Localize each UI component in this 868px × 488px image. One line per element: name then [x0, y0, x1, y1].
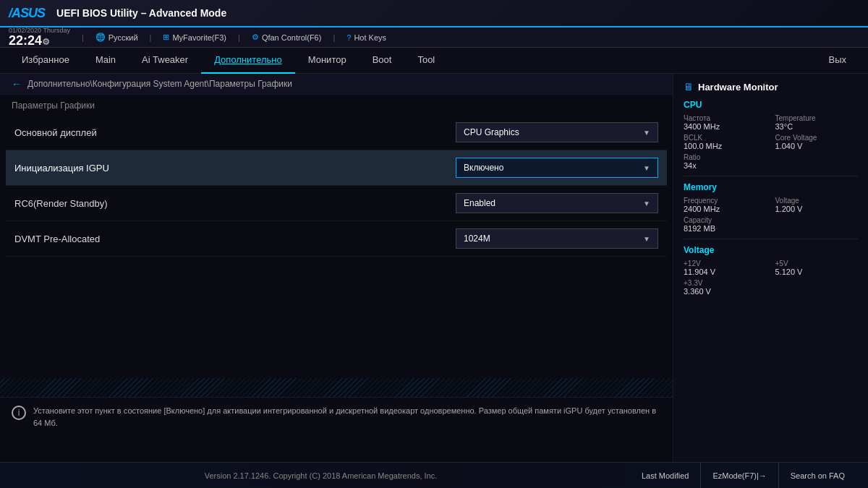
dropdown-arrow-icon-4: ▼ [643, 235, 650, 243]
v12-block: +12V 11.904 V [684, 260, 767, 276]
info-bar: 01/02/2020 Thursday 22:24⚙ | 🌐 Русский |… [0, 27, 868, 48]
cpu-temp-block: Temperature 33°C [775, 114, 859, 131]
memory-grid: Frequency 2400 MHz Voltage 1.200 V Capac… [684, 197, 858, 233]
cpu-bclk-label: BCLK [684, 134, 767, 142]
hotkeys-item[interactable]: ? Hot Keys [346, 33, 386, 42]
star-icon: ⊞ [163, 33, 169, 42]
separator2: | [150, 33, 152, 42]
dvmt-label: DVMT Pre-Allocated [14, 234, 456, 244]
setting-row-rc6: RC6(Render Standby) Enabled ▼ [6, 186, 667, 221]
v5-label: +5V [775, 260, 859, 267]
igpu-init-label: Инициализация IGPU [14, 163, 456, 174]
cpu-freq-value: 3400 MHz [684, 122, 767, 131]
cpu-ratio-label: Ratio [684, 153, 767, 161]
qfan-item[interactable]: ⚙ Qfan Control(F6) [252, 33, 322, 42]
v12-value: 11.904 V [684, 267, 767, 276]
nav-izbrannoye[interactable]: Избранное [9, 48, 82, 74]
v33-value: 3.360 V [684, 287, 767, 296]
igpu-init-dropdown[interactable]: Включено ▼ [456, 158, 658, 178]
mem-freq-value: 2400 MHz [684, 205, 767, 213]
cpu-temp-value: 33°C [775, 122, 859, 131]
info-box: i Установите этот пункт в состояние [Вкл… [0, 397, 673, 436]
primary-display-label: Основной дисплей [14, 127, 456, 138]
nav-ai-tweaker[interactable]: Ai Tweaker [129, 48, 201, 74]
cpu-section-title: CPU [684, 100, 858, 110]
nav-exit[interactable]: Вых [815, 48, 859, 74]
mem-freq-label: Frequency [684, 197, 767, 205]
hw-divider-1 [684, 176, 858, 176]
primary-display-dropdown[interactable]: CPU Graphics ▼ [456, 122, 658, 142]
cpu-freq-label: Частота [684, 114, 767, 122]
setting-row-dvmt: DVMT Pre-Allocated 1024M ▼ [6, 221, 667, 257]
primary-display-value: CPU Graphics [464, 127, 519, 137]
setting-row-primary-display: Основной дисплей CPU Graphics ▼ [6, 115, 667, 150]
mem-cap-label: Capacity [684, 216, 767, 224]
nav-monitor[interactable]: Монитор [295, 48, 359, 74]
v5-value: 5.120 V [775, 267, 859, 276]
cpu-ratio-value: 34x [684, 161, 767, 170]
hw-monitor-title: Hardware Monitor [698, 82, 778, 93]
dropdown-arrow-icon: ▼ [643, 129, 650, 137]
igpu-init-value: Включено [464, 163, 503, 173]
v12-label: +12V [684, 260, 767, 267]
mem-cap-value: 8192 MB [684, 224, 767, 233]
last-modified-action[interactable]: Last Modified [630, 463, 700, 489]
v5-block: +5V 5.120 V [775, 260, 859, 276]
bottom-bar: Version 2.17.1246. Copyright (C) 2018 Am… [0, 462, 868, 488]
version-text: Version 2.17.1246. Copyright (C) 2018 Am… [12, 471, 630, 480]
mem-volt-value: 1.200 V [775, 205, 859, 213]
search-faq-action[interactable]: Search on FAQ [778, 463, 856, 489]
info-icon-circle: i [12, 406, 26, 420]
header-bar: /ASUS UEFI BIOS Utility – Advanced Mode [0, 0, 868, 27]
cpu-vcore-value: 1.040 V [775, 142, 859, 150]
bios-title: UEFI BIOS Utility – Advanced Mode [56, 7, 226, 19]
section-subtitle: Параметры Графики [0, 95, 673, 115]
voltage-grid: +12V 11.904 V +5V 5.120 V +3.3V 3.360 V [684, 260, 858, 296]
language-item[interactable]: 🌐 Русский [95, 33, 138, 42]
settings-container: Основной дисплей CPU Graphics ▼ Инициали… [0, 115, 673, 257]
nav-tool[interactable]: Tool [404, 48, 448, 74]
dropdown-arrow-icon-3: ▼ [643, 200, 650, 207]
info-description: Установите этот пункт в состояние [Включ… [33, 405, 661, 429]
separator1: | [82, 33, 84, 42]
mem-cap-block: Capacity 8192 MB [684, 216, 767, 233]
cpu-bclk-block: BCLK 100.0 MHz [684, 134, 767, 150]
globe-icon: 🌐 [95, 33, 106, 42]
nav-boot[interactable]: Boot [359, 48, 405, 74]
rc6-dropdown[interactable]: Enabled ▼ [456, 193, 658, 213]
hw-divider-2 [684, 239, 858, 239]
nav-main[interactable]: Main [82, 48, 129, 74]
nav-dopolnitelno[interactable]: Дополнительно [201, 48, 295, 74]
keyboard-icon: ? [346, 33, 351, 42]
time-display: 22:24⚙ [9, 34, 70, 47]
dropdown-arrow-icon-2: ▼ [643, 164, 650, 172]
left-panel: ← Дополнительно\Конфигурация System Agen… [0, 74, 673, 462]
dvmt-dropdown[interactable]: 1024M ▼ [456, 228, 658, 249]
cpu-temp-label: Temperature [775, 114, 859, 122]
memory-section-title: Memory [684, 182, 858, 192]
dvmt-value: 1024M [464, 234, 490, 244]
voltage-section-title: Voltage [684, 245, 858, 255]
breadcrumb-text: Дополнительно\Конфигурация System Agent\… [27, 79, 292, 89]
v33-block: +3.3V 3.360 V [684, 279, 767, 296]
myfavorite-item[interactable]: ⊞ MyFavorite(F3) [163, 33, 226, 42]
bottom-actions: Last Modified EzMode(F7)|→ Search on FAQ [630, 463, 856, 489]
v33-label: +3.3V [684, 279, 767, 287]
nav-bar: Избранное Main Ai Tweaker Дополнительно … [0, 48, 868, 74]
asus-logo: /ASUS [9, 6, 45, 21]
monitor-icon: 🖥 [684, 81, 694, 93]
mem-freq-block: Frequency 2400 MHz [684, 197, 767, 213]
ezmode-action[interactable]: EzMode(F7)|→ [700, 463, 778, 489]
main-content: ← Дополнительно\Конфигурация System Agen… [0, 74, 868, 462]
setting-row-igpu-init: Инициализация IGPU Включено ▼ [6, 150, 667, 186]
cpu-bclk-value: 100.0 MHz [684, 142, 767, 150]
datetime: 01/02/2020 Thursday 22:24⚙ [9, 27, 70, 48]
mem-volt-block: Voltage 1.200 V [775, 197, 859, 213]
cpu-vcore-label: Core Voltage [775, 134, 859, 142]
separator3: | [238, 33, 240, 42]
hw-monitor-header: 🖥 Hardware Monitor [684, 81, 858, 93]
breadcrumb: ← Дополнительно\Конфигурация System Agen… [0, 74, 673, 95]
hardware-monitor-panel: 🖥 Hardware Monitor CPU Частота 3400 MHz … [673, 74, 868, 462]
separator4: | [333, 33, 335, 42]
back-arrow-icon[interactable]: ← [12, 78, 22, 90]
